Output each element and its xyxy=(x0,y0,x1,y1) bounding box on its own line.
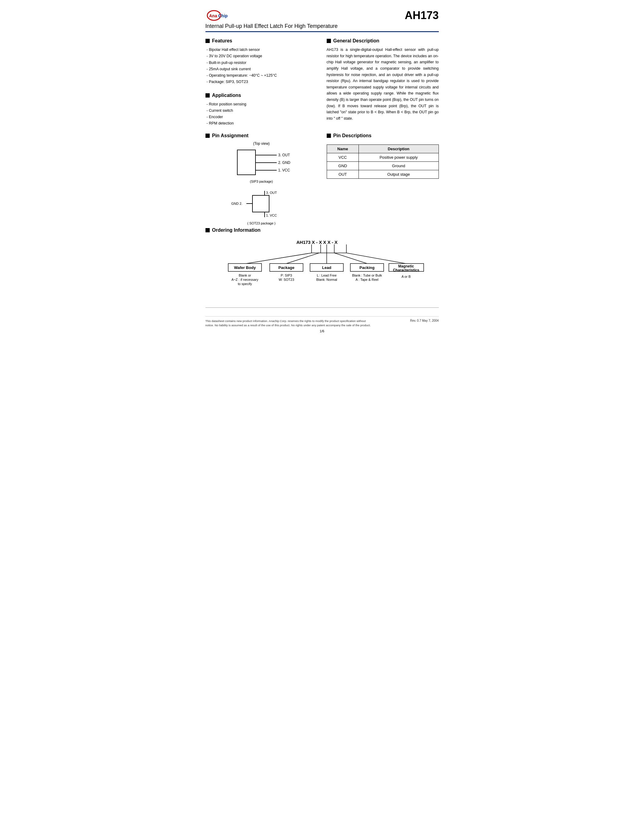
svg-text:3.  OUT: 3. OUT xyxy=(278,153,290,157)
applications-list: Rotor position sensing Current switch En… xyxy=(206,101,317,127)
ordering-svg: AH173 X - X X X - X xyxy=(216,238,428,298)
ordering-section: Ordering Information AH173 X - X X X - X xyxy=(206,227,439,298)
pin-table-header-row: Name Description xyxy=(327,145,438,153)
features-description-section: Features Bipolar Hall effect latch senso… xyxy=(206,37,439,127)
svg-text:A    : Tape & Reel: A : Tape & Reel xyxy=(356,278,378,281)
app-item: Encoder xyxy=(207,114,317,120)
part-number: AH173 xyxy=(404,10,438,21)
svg-text:3. OUT: 3. OUT xyxy=(266,191,277,195)
col-name: Name xyxy=(327,145,359,153)
app-item: Current switch xyxy=(207,108,317,114)
pin-desc-bullet xyxy=(327,133,331,138)
svg-text:GND  2.: GND 2. xyxy=(231,202,242,205)
app-item: RPM detection xyxy=(207,120,317,127)
svg-text:W: SOT23: W: SOT23 xyxy=(279,278,294,281)
svg-text:2.  GND: 2. GND xyxy=(278,161,290,165)
pin-row-vcc: VCC Positive power supply xyxy=(327,153,438,161)
svg-text:P: SIP3: P: SIP3 xyxy=(281,273,292,277)
svg-rect-10 xyxy=(253,195,269,212)
pin-section: Pin Assignment (Top view) 3. OUT 2. GND … xyxy=(206,132,439,225)
top-view-label: (Top view) xyxy=(253,142,270,146)
sot23-label: ( SOT23 package ) xyxy=(247,222,275,225)
pin-assignment-title: Pin Assignment xyxy=(206,133,317,138)
features-list: Bipolar Hall effect latch sensor 3V to 2… xyxy=(206,47,317,85)
sip3-svg: 3. OUT 2. GND 1. VCC xyxy=(231,148,292,178)
general-description-text: AH173 is a single-digital-output Hall-ef… xyxy=(327,47,439,122)
pin-desc-gnd: Ground xyxy=(359,161,438,170)
svg-text:Blank or: Blank or xyxy=(238,273,251,277)
pin-table: Name Description VCC Positive power supp… xyxy=(327,145,439,179)
svg-text:1.  VCC: 1. VCC xyxy=(278,168,290,172)
svg-line-28 xyxy=(346,253,406,264)
general-desc-bullet xyxy=(327,39,331,43)
svg-text:L : Lead Free: L : Lead Free xyxy=(317,273,336,277)
applications-title: Applications xyxy=(206,93,317,98)
ordering-title: Ordering Information xyxy=(206,227,439,233)
feature-item: Bipolar Hall effect latch sensor xyxy=(207,47,317,53)
header: Ana Chip AH173 xyxy=(206,9,439,22)
feature-item: Built-in pull-up resistor xyxy=(207,60,317,66)
footer-container: This datasheet contains new product info… xyxy=(206,307,439,333)
svg-text:Wafer Body: Wafer Body xyxy=(234,265,256,270)
pin-descriptions-col: Pin Descriptions Name Description VCC Po… xyxy=(327,132,439,225)
pin-name-out: OUT xyxy=(327,170,359,178)
page-number: 1/6 xyxy=(206,329,439,333)
pin-descriptions-title: Pin Descriptions xyxy=(327,133,439,138)
features-col: Features Bipolar Hall effect latch senso… xyxy=(206,37,317,127)
svg-text:Characteristics: Characteristics xyxy=(393,268,419,272)
sip3-diagram: (Top view) 3. OUT 2. GND 1. VCC (SIP3 pa… xyxy=(206,142,317,183)
pin-name-gnd: GND xyxy=(327,161,359,170)
general-description-col: General Description AH173 is a single-di… xyxy=(327,37,439,127)
applications-bullet xyxy=(206,93,210,98)
svg-text:Ana: Ana xyxy=(209,13,217,18)
pin-desc-out: Output stage xyxy=(359,170,438,178)
subtitle: Internal Pull-up Hall Effect Latch For H… xyxy=(206,23,439,32)
svg-text:Blank : Tube or Bulk: Blank : Tube or Bulk xyxy=(352,273,382,277)
pin-assignment-col: Pin Assignment (Top view) 3. OUT 2. GND … xyxy=(206,132,317,225)
logo-container: Ana Chip xyxy=(206,9,239,22)
feature-item: 25mA output sink current xyxy=(207,66,317,72)
pin-row-out: OUT Output stage xyxy=(327,170,438,178)
svg-text:to specify: to specify xyxy=(238,282,252,286)
features-title: Features xyxy=(206,38,317,43)
svg-text:1. VCC: 1. VCC xyxy=(266,214,277,217)
svg-line-24 xyxy=(246,253,312,264)
footer: This datasheet contains new product info… xyxy=(206,316,439,328)
anachip-logo: Ana Chip xyxy=(206,9,239,22)
svg-text:Package: Package xyxy=(278,265,294,270)
ordering-bullet xyxy=(206,228,210,232)
feature-item: Package: SIP3, SOT23 xyxy=(207,79,317,85)
pin-desc-vcc: Positive power supply xyxy=(359,153,438,161)
app-item: Rotor position sensing xyxy=(207,101,317,108)
svg-text:A~Z : if necessary: A~Z : if necessary xyxy=(231,278,258,281)
features-bullet xyxy=(206,39,210,43)
svg-text:Chip: Chip xyxy=(218,13,228,18)
svg-text:A or B: A or B xyxy=(402,275,411,278)
footer-revision: Rev. 0.7 May 7, 2004 xyxy=(410,319,438,322)
general-description-title: General Description xyxy=(327,38,439,43)
svg-rect-3 xyxy=(237,150,256,175)
footer-disclaimer: This datasheet contains new product info… xyxy=(206,319,374,328)
ordering-diagram: AH173 X - X X X - X xyxy=(206,238,439,298)
svg-text:Blank: Normal: Blank: Normal xyxy=(316,278,337,281)
svg-text:AH173 X - X X X - X: AH173 X - X X X - X xyxy=(296,240,338,245)
sot23-diagram: 3. OUT GND 2. 1. VCC ( SOT23 package ) xyxy=(206,189,317,225)
sot23-svg: 3. OUT GND 2. 1. VCC xyxy=(231,189,292,220)
svg-line-27 xyxy=(334,253,367,264)
pin-assignment-bullet xyxy=(206,133,210,138)
sip3-label: (SIP3 package) xyxy=(250,180,273,183)
feature-item: 3V to 20V DC operation voltage xyxy=(207,53,317,60)
pin-row-gnd: GND Ground xyxy=(327,161,438,170)
svg-text:Lead: Lead xyxy=(322,265,331,270)
feature-item: Operating temperature: −40°C ~ +125°C xyxy=(207,72,317,79)
svg-text:Magnetic: Magnetic xyxy=(398,264,414,269)
pin-name-vcc: VCC xyxy=(327,153,359,161)
svg-text:Packing: Packing xyxy=(359,265,375,270)
col-description: Description xyxy=(359,145,438,153)
